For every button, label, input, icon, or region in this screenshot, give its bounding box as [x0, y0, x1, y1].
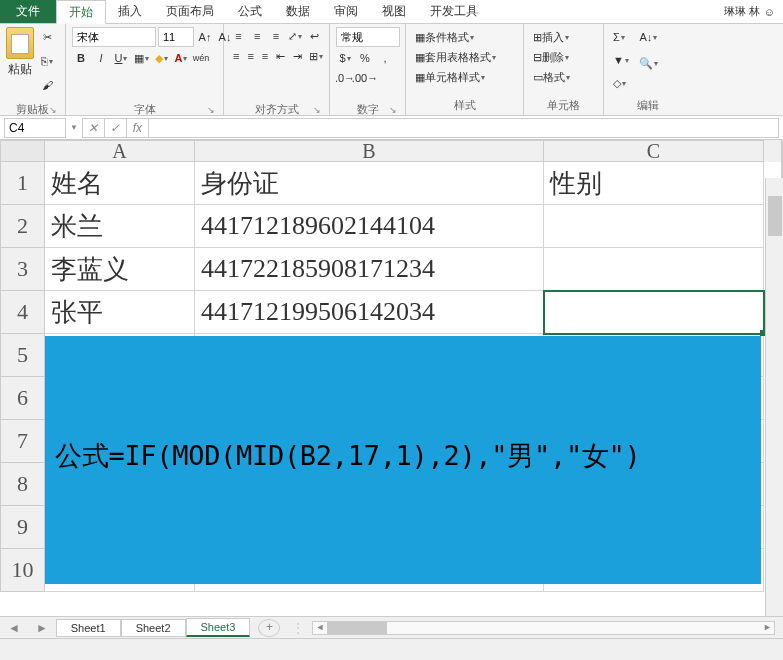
cell-A3[interactable]: 李蓝义 [45, 248, 195, 291]
sheet-nav-prev[interactable]: ◄ [0, 621, 28, 635]
align-bottom-button[interactable]: ≡ [268, 27, 285, 45]
font-name-select[interactable] [72, 27, 156, 47]
indent-dec-button[interactable]: ⇤ [273, 47, 288, 65]
border-button[interactable]: ▦▾ [132, 49, 150, 67]
new-sheet-button[interactable]: + [258, 619, 280, 637]
table-format-button[interactable]: ▦ 套用表格格式▾ [412, 47, 517, 67]
col-header-A[interactable]: A [45, 140, 195, 162]
bold-button[interactable]: B [72, 49, 90, 67]
row-header[interactable]: 10 [0, 549, 45, 592]
paste-icon[interactable] [6, 27, 34, 59]
cell-B3[interactable]: 441722185908171234 [195, 248, 544, 291]
scroll-thumb[interactable] [768, 196, 782, 236]
clear-button[interactable]: ◇▾ [610, 73, 629, 93]
horizontal-scrollbar[interactable]: ◄► [312, 621, 775, 635]
tab-home[interactable]: 开始 [56, 0, 106, 24]
sheet-tab[interactable]: Sheet1 [56, 619, 121, 637]
grow-font-button[interactable]: A↑ [196, 28, 214, 46]
sort-filter-button[interactable]: A↓▾ [636, 27, 660, 47]
col-header-C[interactable]: C [544, 140, 764, 162]
align-left-button[interactable]: ≡ [230, 47, 242, 65]
tab-layout[interactable]: 页面布局 [154, 0, 226, 23]
fill-button[interactable]: ▼▾ [610, 50, 632, 70]
dec-decimal-button[interactable]: .00→ [356, 69, 374, 87]
cell-C4[interactable] [544, 291, 764, 334]
indent-inc-button[interactable]: ⇥ [290, 47, 305, 65]
tab-insert[interactable]: 插入 [106, 0, 154, 23]
conditional-format-button[interactable]: ▦ 条件格式▾ [412, 27, 517, 47]
font-color-button[interactable]: A▾ [172, 49, 190, 67]
sheet-nav-next[interactable]: ► [28, 621, 56, 635]
tab-data[interactable]: 数据 [274, 0, 322, 23]
cell-B2[interactable]: 441712189602144104 [195, 205, 544, 248]
cell-A4[interactable]: 张平 [45, 291, 195, 334]
percent-button[interactable]: % [356, 49, 374, 67]
cell-style-button[interactable]: ▦ 单元格样式▾ [412, 67, 517, 87]
fill-color-button[interactable]: ◆▾ [152, 49, 170, 67]
comma-button[interactable]: , [376, 49, 394, 67]
fx-accept-button[interactable]: ✓ [104, 119, 126, 137]
row-header[interactable]: 8 [0, 463, 45, 506]
row-header[interactable]: 4 [0, 291, 45, 334]
row-header[interactable]: 9 [0, 506, 45, 549]
cell-A2[interactable]: 米兰 [45, 205, 195, 248]
italic-button[interactable]: I [92, 49, 110, 67]
delete-cells-button[interactable]: ⊟ 删除▾ [530, 47, 597, 67]
number-launcher[interactable]: ↘ [336, 105, 397, 115]
cell-B1[interactable]: 身份证 [195, 162, 544, 205]
group-styles-label: 样式 [412, 96, 517, 115]
tab-formula[interactable]: 公式 [226, 0, 274, 23]
number-format-select[interactable] [336, 27, 400, 47]
phonetic-button[interactable]: wén [192, 49, 210, 67]
align-top-button[interactable]: ≡ [230, 27, 247, 45]
user-name[interactable]: 琳琳 林 ☺ [716, 0, 783, 23]
format-painter-button[interactable]: 🖌 [39, 75, 56, 95]
insert-cells-button[interactable]: ⊞ 插入▾ [530, 27, 597, 47]
cell-C1[interactable]: 性别 [544, 162, 764, 205]
row-header[interactable]: 7 [0, 420, 45, 463]
tab-file[interactable]: 文件 [0, 0, 56, 23]
fx-cancel-button[interactable]: ✕ [82, 119, 104, 137]
cut-button[interactable]: ✂ [40, 27, 55, 47]
sheet-tab[interactable]: Sheet3 [186, 618, 251, 637]
tab-review[interactable]: 审阅 [322, 0, 370, 23]
align-right-button[interactable]: ≡ [259, 47, 271, 65]
cell-C2[interactable] [544, 205, 764, 248]
status-bar [0, 638, 783, 660]
row-header[interactable]: 3 [0, 248, 45, 291]
align-center-button[interactable]: ≡ [244, 47, 256, 65]
fx-button[interactable]: fx [126, 119, 148, 137]
formula-input[interactable] [149, 118, 779, 138]
merge-button[interactable]: ⊞▾ [307, 47, 325, 65]
cell-C3[interactable] [544, 248, 764, 291]
wrap-text-button[interactable]: ↩ [306, 27, 323, 45]
paste-label[interactable]: 粘贴 [8, 61, 32, 78]
align-launcher[interactable]: ↘ [230, 105, 321, 115]
cell-A1[interactable]: 姓名 [45, 162, 195, 205]
autosum-button[interactable]: Σ▾ [610, 27, 628, 47]
row-header[interactable]: 6 [0, 377, 45, 420]
find-select-button[interactable]: 🔍▾ [636, 53, 661, 73]
select-all-corner[interactable] [0, 140, 45, 162]
scroll-thumb[interactable] [327, 622, 387, 634]
row-header[interactable]: 5 [0, 334, 45, 377]
vertical-scrollbar[interactable] [765, 178, 783, 648]
font-size-select[interactable] [158, 27, 194, 47]
underline-button[interactable]: U▾ [112, 49, 130, 67]
tab-view[interactable]: 视图 [370, 0, 418, 23]
format-cells-button[interactable]: ▭ 格式▾ [530, 67, 597, 87]
align-middle-button[interactable]: ≡ [249, 27, 266, 45]
copy-button[interactable]: ⎘▾ [38, 51, 56, 71]
clipboard-launcher[interactable]: ↘ [6, 105, 57, 115]
cell-B4[interactable]: 441712199506142034 [195, 291, 544, 334]
row-header[interactable]: 1 [0, 162, 45, 205]
orientation-button[interactable]: ⤢▾ [286, 27, 304, 45]
currency-button[interactable]: $▾ [336, 49, 354, 67]
sheet-tab[interactable]: Sheet2 [121, 619, 186, 637]
tab-dev[interactable]: 开发工具 [418, 0, 490, 23]
row-header[interactable]: 2 [0, 205, 45, 248]
name-box[interactable] [4, 118, 66, 138]
col-header-B[interactable]: B [195, 140, 544, 162]
group-cells-label: 单元格 [530, 96, 597, 115]
font-launcher[interactable]: ↘ [72, 105, 215, 115]
